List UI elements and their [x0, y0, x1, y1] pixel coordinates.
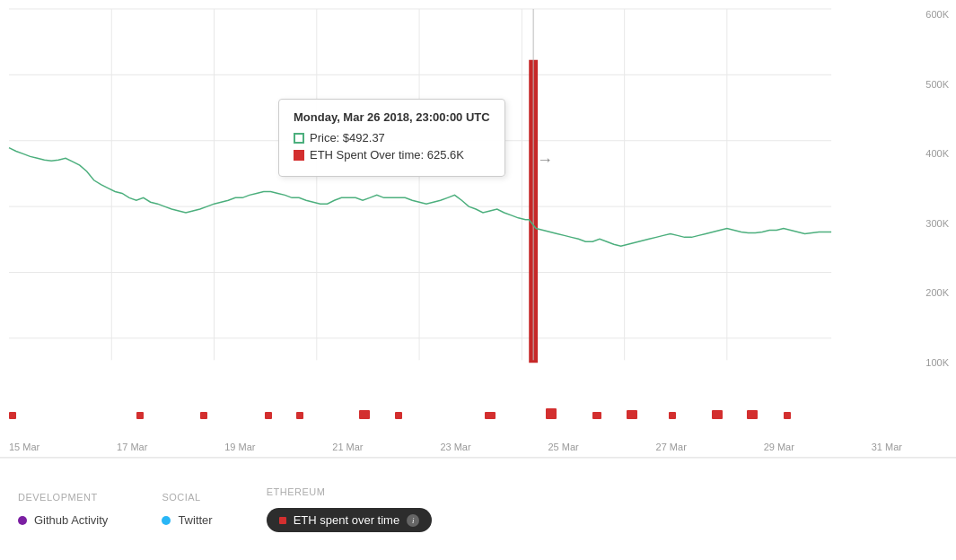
x-label-31mar: 31 Mar: [872, 442, 902, 452]
twitter-label: Twitter: [178, 513, 212, 527]
y-label-300k: 300K: [921, 218, 949, 229]
footer-ethereum-label: ETHEREUM: [267, 486, 326, 497]
x-label-15mar: 15 Mar: [9, 442, 39, 452]
event-dot-6: [359, 410, 370, 419]
tooltip-price-value: $492.37: [343, 131, 385, 144]
x-label-23mar: 23 Mar: [440, 442, 470, 452]
y-label-600k: 600K: [921, 9, 949, 20]
x-label-27mar: 27 Mar: [656, 442, 687, 452]
footer-ethereum: ETHEREUM ETH spent over time i: [267, 486, 433, 532]
x-axis-labels: 15 Mar 17 Mar 19 Mar 21 Mar 23 Mar 25 Ma…: [9, 442, 902, 452]
twitter-item[interactable]: Twitter: [162, 513, 212, 527]
eth-btn-label: ETH spent over time: [294, 513, 400, 527]
event-dot-12: [669, 412, 676, 419]
cursor-arrow: →: [537, 151, 553, 170]
event-dot-8: [485, 412, 496, 419]
github-activity-item[interactable]: Github Activity: [18, 513, 108, 527]
event-dot-3: [200, 412, 207, 419]
event-dot-10: [592, 412, 601, 419]
eth-btn-dot: [279, 517, 286, 524]
footer-development: DEVELOPMENT Github Activity: [18, 492, 108, 527]
tooltip-eth-value: 625.6K: [427, 148, 464, 162]
tooltip-price-label: Price:: [310, 131, 339, 144]
tooltip-eth-label: ETH Spent Over time:: [310, 148, 424, 162]
footer: DEVELOPMENT Github Activity SOCIAL Twitt…: [0, 458, 956, 560]
event-dot-14: [747, 410, 758, 419]
event-dot-7: [395, 412, 402, 419]
x-label-29mar: 29 Mar: [764, 442, 794, 452]
event-dot-4: [265, 412, 272, 419]
y-label-400k: 400K: [921, 148, 949, 159]
info-icon: i: [407, 514, 419, 527]
tooltip-eth-row: ETH Spent Over time: 625.6K: [294, 148, 490, 162]
twitter-dot: [162, 516, 171, 525]
x-label-19mar: 19 Mar: [224, 442, 255, 452]
chart-svg: [9, 9, 898, 413]
y-label-100k: 100K: [921, 357, 949, 368]
event-dot-11: [627, 410, 637, 419]
chart-tooltip: Monday, Mar 26 2018, 23:00:00 UTC Price:…: [278, 99, 505, 177]
price-swatch: [294, 133, 304, 144]
footer-social-label: SOCIAL: [162, 492, 200, 503]
event-dot-15: [784, 412, 791, 419]
event-dot-5: [296, 412, 303, 419]
footer-social: SOCIAL Twitter: [162, 492, 212, 527]
event-dot-1: [9, 412, 16, 419]
y-label-500k: 500K: [921, 79, 949, 90]
footer-development-label: DEVELOPMENT: [18, 492, 98, 503]
event-dot-2: [136, 412, 144, 419]
github-label: Github Activity: [34, 513, 108, 527]
tooltip-datetime: Monday, Mar 26 2018, 23:00:00 UTC: [294, 110, 490, 124]
x-label-21mar: 21 Mar: [332, 442, 363, 452]
chart-container: 600K 500K 400K 300K 200K 100K ETH Spent …: [0, 0, 956, 458]
eth-spent-button[interactable]: ETH spent over time i: [267, 508, 433, 532]
y-axis-labels: 600K 500K 400K 300K 200K 100K: [921, 9, 949, 368]
tooltip-price-row: Price: $492.37: [294, 131, 490, 144]
event-dot-13: [712, 410, 723, 419]
github-dot: [18, 516, 27, 525]
event-dot-9: [546, 408, 557, 419]
eth-swatch: [294, 150, 304, 161]
x-label-25mar: 25 Mar: [548, 442, 578, 452]
x-label-17mar: 17 Mar: [117, 442, 147, 452]
y-label-200k: 200K: [921, 287, 949, 298]
